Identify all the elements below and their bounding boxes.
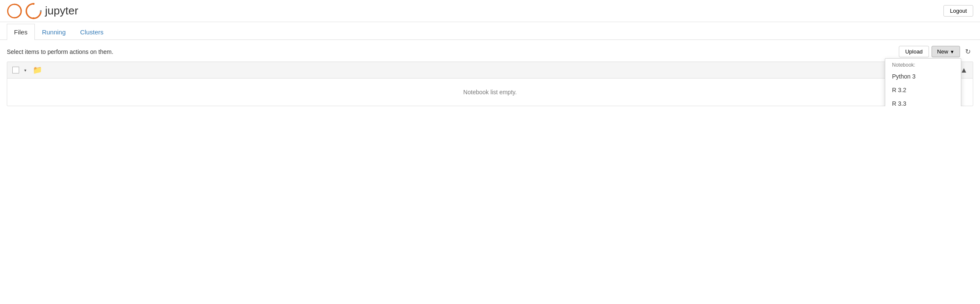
jupyter-logo-icon: [7, 3, 22, 19]
toolbar-right: Upload New ▼ ↻ Notebook: Python 3 R 3.2 …: [899, 46, 973, 57]
logout-button[interactable]: Logout: [943, 5, 973, 17]
new-button[interactable]: New ▼: [932, 46, 960, 57]
checkbox-container: ▾: [12, 66, 29, 74]
tabs-bar: Files Running Clusters: [0, 24, 980, 40]
file-list-header: ▾ 📁 ▲: [7, 62, 973, 79]
checkbox-dropdown-button[interactable]: ▾: [21, 66, 29, 74]
kernel-r33[interactable]: R 3.3: [885, 97, 961, 106]
new-folder-icon-button[interactable]: 📁: [33, 65, 42, 75]
tab-files[interactable]: Files: [7, 24, 35, 40]
tab-running[interactable]: Running: [35, 24, 73, 40]
new-dropdown-arrow-icon: ▼: [950, 49, 955, 54]
refresh-button[interactable]: ↻: [963, 46, 973, 57]
empty-notebook-message: Notebook list empty.: [7, 79, 973, 106]
jupyter-brand-icon: [25, 3, 42, 19]
select-all-checkbox[interactable]: [12, 67, 19, 73]
app-title: jupyter: [45, 4, 78, 17]
kernel-r32[interactable]: R 3.2: [885, 83, 961, 97]
select-message: Select items to perform actions on them.: [7, 48, 113, 55]
logo-area: jupyter: [7, 3, 78, 19]
kernel-python3[interactable]: Python 3: [885, 70, 961, 83]
new-button-label: New: [937, 48, 948, 55]
notebook-section-label: Notebook:: [885, 59, 961, 70]
file-list-container: ▾ 📁 ▲ Notebook list empty.: [7, 62, 973, 106]
upload-button[interactable]: Upload: [899, 46, 929, 57]
toolbar: Select items to perform actions on them.…: [0, 42, 980, 62]
new-dropdown-menu: Notebook: Python 3 R 3.2 R 3.3 R 3.4 Oth…: [885, 58, 961, 106]
tab-clusters[interactable]: Clusters: [73, 24, 111, 40]
header: jupyter Logout: [0, 0, 980, 22]
